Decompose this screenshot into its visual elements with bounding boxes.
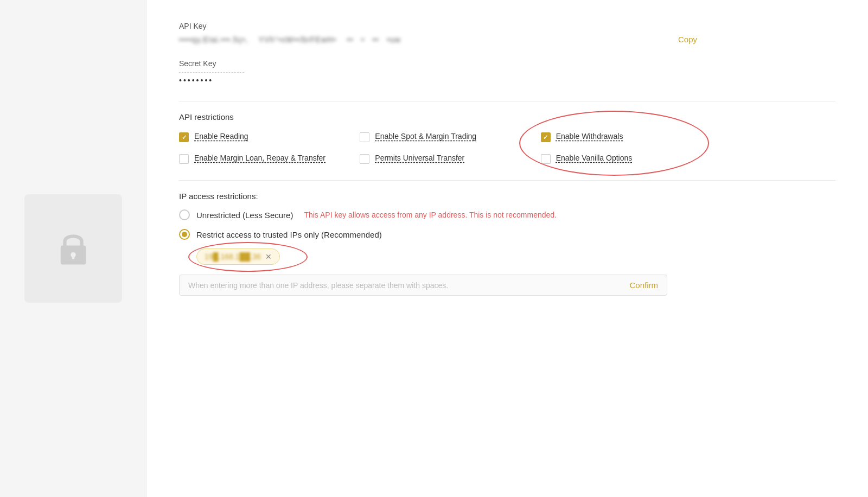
radio-option-unrestricted: Unrestricted (Less Secure) This API key …: [179, 209, 835, 220]
confirm-button[interactable]: Confirm: [629, 281, 658, 290]
sidebar: [0, 0, 146, 497]
restriction-item-enable-reading: Enable Reading: [179, 131, 338, 142]
restriction-item-universal-transfer: Permits Universal Transfer: [360, 153, 519, 164]
warning-text-unrestricted: This API key allows access from any IP a…: [304, 211, 557, 219]
main-content: API Key ••••qy.EIai.•••.5ç•, YVh°•xW••/b…: [146, 0, 868, 497]
label-vanilla-options: Enable Vanilla Options: [556, 153, 633, 164]
checkbox-enable-reading[interactable]: [179, 132, 189, 142]
label-restrict: Restrict access to trusted IPs only (Rec…: [196, 230, 382, 239]
label-unrestricted: Unrestricted (Less Secure): [196, 211, 293, 220]
restriction-item-vanilla-options: Enable Vanilla Options: [541, 153, 700, 164]
radio-unrestricted[interactable]: [179, 209, 190, 220]
checkbox-spot-margin[interactable]: [360, 132, 369, 142]
ip-input-row: When entering more than one IP address, …: [179, 275, 667, 296]
withdrawals-wrapper: Enable Withdrawals: [541, 131, 623, 142]
restriction-item-spot-margin: Enable Spot & Margin Trading: [360, 131, 519, 142]
checkbox-vanilla-options[interactable]: [541, 154, 551, 164]
api-key-label: API Key: [179, 22, 835, 30]
ip-input-placeholder: When entering more than one IP address, …: [188, 281, 629, 290]
label-enable-reading: Enable Reading: [194, 131, 248, 142]
section-divider: [179, 101, 835, 101]
svg-rect-2: [72, 255, 74, 259]
label-universal-transfer: Permits Universal Transfer: [375, 153, 464, 164]
label-spot-margin: Enable Spot & Margin Trading: [375, 131, 476, 142]
dashed-divider: [179, 72, 244, 73]
section-divider-2: [179, 180, 835, 181]
restrictions-grid: Enable Reading Enable Spot & Margin Trad…: [179, 131, 700, 164]
ip-restrictions-section: IP access restrictions: Unrestricted (Le…: [179, 192, 835, 296]
ip-restrictions-title: IP access restrictions:: [179, 192, 835, 201]
ip-tag-value: 19█.168.1██.36: [205, 252, 261, 261]
secret-key-section: Secret Key ••••••••: [179, 59, 835, 85]
radio-restrict[interactable]: [179, 229, 190, 240]
restriction-item-withdrawals: Enable Withdrawals: [541, 131, 700, 142]
restriction-item-margin-loan: Enable Margin Loan, Repay & Transfer: [179, 153, 338, 164]
api-key-row: ••••qy.EIai.•••.5ç•, YVh°•xW••/brFEwH• •…: [179, 35, 835, 44]
restrictions-title: API restrictions: [179, 112, 835, 122]
radio-option-restrict: Restrict access to trusted IPs only (Rec…: [179, 229, 835, 240]
lock-icon-container: [24, 194, 122, 303]
checkbox-universal-transfer[interactable]: [360, 154, 369, 164]
label-margin-loan: Enable Margin Loan, Repay & Transfer: [194, 153, 326, 164]
api-key-value: ••••qy.EIai.•••.5ç•, YVh°•xW••/brFEwH• •…: [179, 35, 667, 44]
copy-button[interactable]: Copy: [678, 35, 697, 44]
secret-key-dots: ••••••••: [179, 76, 835, 85]
checkbox-withdrawals[interactable]: [541, 132, 551, 142]
label-withdrawals: Enable Withdrawals: [556, 131, 623, 142]
ip-tag-row: 19█.168.1██.36 ✕: [196, 248, 835, 265]
ip-tag-close-button[interactable]: ✕: [265, 252, 272, 261]
checkbox-margin-loan[interactable]: [179, 154, 189, 164]
secret-key-label: Secret Key: [179, 59, 835, 68]
lock-icon: [54, 230, 92, 267]
ip-tag: 19█.168.1██.36 ✕: [196, 248, 280, 265]
